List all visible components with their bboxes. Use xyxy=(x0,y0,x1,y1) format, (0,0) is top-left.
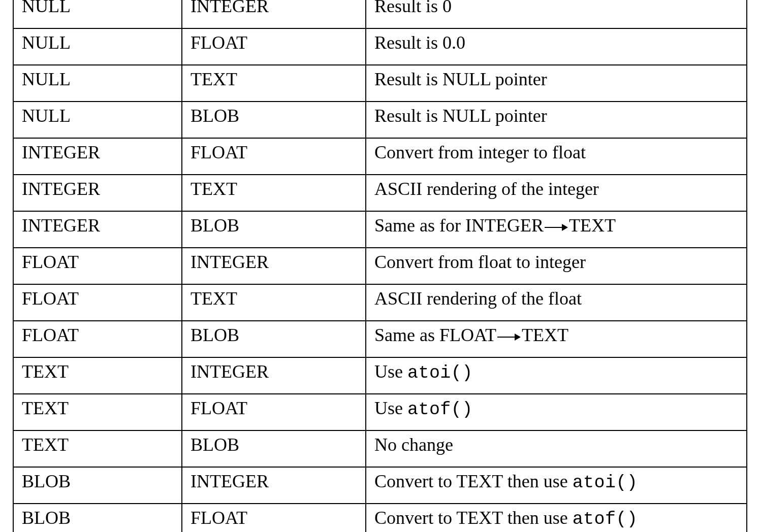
conversion-text: Same as FLOAT xyxy=(374,325,496,345)
internal-type-cell: NULL xyxy=(13,28,182,65)
requested-type-cell: INTEGER xyxy=(182,248,366,284)
conversion-text: Result is 0 xyxy=(374,0,452,16)
table-row: BLOBFLOATConvert to TEXT then use atof() xyxy=(13,504,747,532)
table-row: FLOATTEXTASCII rendering of the float xyxy=(13,284,747,321)
conversion-text: Result is NULL pointer xyxy=(374,106,547,126)
internal-type-cell: FLOAT xyxy=(13,248,182,284)
table-row: INTEGERFLOATConvert from integer to floa… xyxy=(13,138,747,175)
conversion-text: Result is 0.0 xyxy=(374,32,465,53)
requested-type-cell: TEXT xyxy=(182,175,366,211)
requested-type-cell: FLOAT xyxy=(182,394,366,430)
conversion-text: ASCII rendering of the integer xyxy=(374,179,599,199)
conversion-cell: Use atoi() xyxy=(366,357,747,394)
requested-type-cell: INTEGER xyxy=(182,0,366,28)
right-arrow-icon xyxy=(497,328,521,346)
table-row: NULLTEXTResult is NULL pointer xyxy=(13,65,747,102)
requested-type-cell: BLOB xyxy=(182,211,366,248)
internal-type-cell: TEXT xyxy=(13,357,182,394)
table-row: NULLINTEGERResult is 0 xyxy=(13,0,747,28)
table-body: Internal TypeRequested TypeConversionNUL… xyxy=(13,0,747,532)
internal-type-cell: NULL xyxy=(13,0,182,28)
conversion-text: Convert to TEXT then use xyxy=(374,508,573,528)
requested-type-cell: INTEGER xyxy=(182,357,366,394)
table-row: TEXTBLOBNo change xyxy=(13,430,747,467)
internal-type-cell: INTEGER xyxy=(13,138,182,175)
conversion-cell: Convert to TEXT then use atoi() xyxy=(366,467,747,504)
code-literal: atof() xyxy=(573,509,638,529)
right-arrow-icon xyxy=(545,218,568,237)
conversion-text: Result is NULL pointer xyxy=(374,69,547,89)
conversion-cell: No change xyxy=(366,430,747,467)
requested-type-cell: TEXT xyxy=(182,284,366,321)
table-row: INTEGERBLOBSame as for INTEGERTEXT xyxy=(13,211,747,248)
requested-type-cell: FLOAT xyxy=(182,138,366,175)
table-row: FLOATBLOBSame as FLOATTEXT xyxy=(13,321,747,357)
conversion-text: ASCII rendering of the float xyxy=(374,288,582,309)
requested-type-cell: BLOB xyxy=(182,430,366,467)
conversion-cell: Convert from integer to float xyxy=(366,138,747,175)
table-row: TEXTINTEGERUse atoi() xyxy=(13,357,747,394)
internal-type-cell: NULL xyxy=(13,102,182,138)
conversion-text: Use xyxy=(374,361,407,382)
conversion-cell: Result is 0 xyxy=(366,0,747,28)
internal-type-cell: INTEGER xyxy=(13,175,182,211)
internal-type-cell: NULL xyxy=(13,65,182,102)
conversion-text: No change xyxy=(374,435,453,455)
conversion-cell: Same as for INTEGERTEXT xyxy=(366,211,747,248)
type-conversion-table: Internal TypeRequested TypeConversionNUL… xyxy=(13,0,747,532)
internal-type-cell: FLOAT xyxy=(13,284,182,321)
internal-type-cell: TEXT xyxy=(13,430,182,467)
internal-type-cell: BLOB xyxy=(13,504,182,532)
requested-type-cell: FLOAT xyxy=(182,28,366,65)
conversion-text: Convert from float to integer xyxy=(374,252,586,272)
conversion-text: TEXT xyxy=(522,325,568,345)
internal-type-cell: TEXT xyxy=(13,394,182,430)
conversion-text: TEXT xyxy=(569,215,616,236)
internal-type-cell: BLOB xyxy=(13,467,182,504)
code-literal: atoi() xyxy=(407,363,473,383)
table-row: NULLBLOBResult is NULL pointer xyxy=(13,102,747,138)
internal-type-cell: FLOAT xyxy=(13,321,182,357)
conversion-text: Same as for INTEGER xyxy=(374,215,544,236)
conversion-text: Convert to TEXT then use xyxy=(374,471,573,491)
conversion-text: Convert from integer to float xyxy=(374,142,586,162)
table-row: TEXTFLOATUse atof() xyxy=(13,394,747,430)
conversion-cell: Use atof() xyxy=(366,394,747,430)
conversion-cell: ASCII rendering of the integer xyxy=(366,175,747,211)
table-row: INTEGERTEXTASCII rendering of the intege… xyxy=(13,175,747,211)
code-literal: atof() xyxy=(407,400,473,419)
requested-type-cell: TEXT xyxy=(182,65,366,102)
requested-type-cell: INTEGER xyxy=(182,467,366,504)
requested-type-cell: BLOB xyxy=(182,102,366,138)
conversion-cell: Result is NULL pointer xyxy=(366,65,747,102)
requested-type-cell: BLOB xyxy=(182,321,366,357)
requested-type-cell: FLOAT xyxy=(182,504,366,532)
code-literal: atoi() xyxy=(573,473,638,492)
conversion-cell: Convert to TEXT then use atof() xyxy=(366,504,747,532)
internal-type-cell: INTEGER xyxy=(13,211,182,248)
conversion-cell: Same as FLOATTEXT xyxy=(366,321,747,357)
table-row: FLOATINTEGERConvert from float to intege… xyxy=(13,248,747,284)
conversion-cell: Convert from float to integer xyxy=(366,248,747,284)
table-row: BLOBINTEGERConvert to TEXT then use atoi… xyxy=(13,467,747,504)
conversion-text: Use xyxy=(374,398,407,418)
table-row: NULLFLOATResult is 0.0 xyxy=(13,28,747,65)
conversion-cell: ASCII rendering of the float xyxy=(366,284,747,321)
conversion-cell: Result is 0.0 xyxy=(366,28,747,65)
conversion-cell: Result is NULL pointer xyxy=(366,102,747,138)
